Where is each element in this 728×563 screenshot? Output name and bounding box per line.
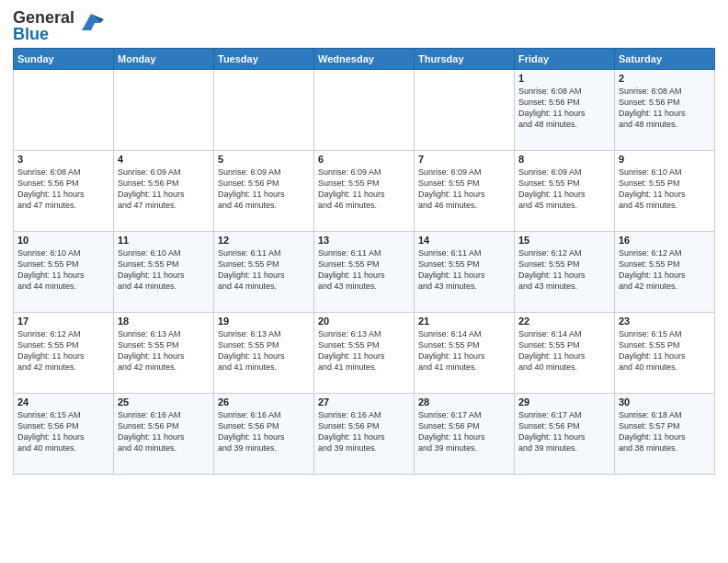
day-number: 15 [518, 235, 610, 246]
day-info: Sunrise: 6:09 AM Sunset: 5:56 PM Dayligh… [118, 167, 210, 212]
day-info: Sunrise: 6:13 AM Sunset: 5:55 PM Dayligh… [318, 328, 410, 373]
day-info: Sunrise: 6:11 AM Sunset: 5:55 PM Dayligh… [418, 247, 510, 293]
day-number: 13 [318, 235, 410, 246]
day-number: 2 [619, 73, 711, 84]
calendar-cell: 17Sunrise: 6:12 AM Sunset: 5:55 PM Dayli… [14, 313, 114, 394]
calendar-cell: 23Sunrise: 6:15 AM Sunset: 5:55 PM Dayli… [615, 313, 715, 394]
day-number: 20 [318, 316, 410, 327]
day-number: 21 [418, 316, 510, 327]
day-info: Sunrise: 6:14 AM Sunset: 5:55 PM Dayligh… [518, 328, 610, 373]
day-info: Sunrise: 6:08 AM Sunset: 5:56 PM Dayligh… [17, 167, 109, 212]
day-number: 14 [418, 235, 510, 246]
logo-text: General Blue [13, 9, 74, 42]
week-row-2: 3Sunrise: 6:08 AM Sunset: 5:56 PM Daylig… [14, 151, 715, 232]
day-info: Sunrise: 6:12 AM Sunset: 5:55 PM Dayligh… [17, 328, 109, 373]
calendar-cell [415, 70, 515, 151]
calendar-cell: 25Sunrise: 6:16 AM Sunset: 5:56 PM Dayli… [114, 394, 214, 475]
calendar-cell: 20Sunrise: 6:13 AM Sunset: 5:55 PM Dayli… [314, 313, 415, 394]
day-number: 23 [619, 316, 711, 327]
day-number: 4 [118, 154, 210, 165]
calendar-cell: 8Sunrise: 6:09 AM Sunset: 5:55 PM Daylig… [515, 151, 615, 232]
logo-general: General [13, 8, 74, 27]
day-info: Sunrise: 6:08 AM Sunset: 5:56 PM Dayligh… [619, 86, 711, 131]
day-info: Sunrise: 6:16 AM Sunset: 5:56 PM Dayligh… [118, 409, 210, 454]
day-number: 8 [518, 154, 610, 165]
day-info: Sunrise: 6:10 AM Sunset: 5:55 PM Dayligh… [118, 247, 210, 293]
day-info: Sunrise: 6:13 AM Sunset: 5:55 PM Dayligh… [118, 328, 210, 373]
calendar-cell: 26Sunrise: 6:16 AM Sunset: 5:56 PM Dayli… [214, 394, 314, 475]
calendar-cell: 7Sunrise: 6:09 AM Sunset: 5:55 PM Daylig… [415, 151, 515, 232]
week-row-5: 24Sunrise: 6:15 AM Sunset: 5:56 PM Dayli… [14, 394, 715, 475]
calendar-cell: 29Sunrise: 6:17 AM Sunset: 5:56 PM Dayli… [515, 394, 615, 475]
calendar-cell: 24Sunrise: 6:15 AM Sunset: 5:56 PM Dayli… [14, 394, 114, 475]
day-info: Sunrise: 6:09 AM Sunset: 5:55 PM Dayligh… [518, 167, 610, 212]
day-number: 1 [518, 73, 610, 84]
day-number: 24 [17, 396, 109, 408]
day-info: Sunrise: 6:08 AM Sunset: 5:56 PM Dayligh… [518, 86, 610, 131]
day-number: 30 [619, 396, 711, 408]
calendar-cell: 15Sunrise: 6:12 AM Sunset: 5:55 PM Dayli… [515, 232, 615, 313]
calendar-cell: 28Sunrise: 6:17 AM Sunset: 5:56 PM Dayli… [415, 394, 515, 475]
day-number: 18 [118, 316, 210, 327]
day-info: Sunrise: 6:12 AM Sunset: 5:55 PM Dayligh… [518, 247, 610, 293]
calendar-cell: 6Sunrise: 6:09 AM Sunset: 5:55 PM Daylig… [314, 151, 415, 232]
calendar-cell: 2Sunrise: 6:08 AM Sunset: 5:56 PM Daylig… [615, 70, 715, 151]
calendar-cell: 11Sunrise: 6:10 AM Sunset: 5:55 PM Dayli… [114, 232, 214, 313]
day-header-monday: Monday [114, 49, 214, 70]
week-row-4: 17Sunrise: 6:12 AM Sunset: 5:55 PM Dayli… [14, 313, 715, 394]
day-header-wednesday: Wednesday [314, 49, 415, 70]
calendar-cell: 1Sunrise: 6:08 AM Sunset: 5:56 PM Daylig… [515, 70, 615, 151]
calendar-cell: 12Sunrise: 6:11 AM Sunset: 5:55 PM Dayli… [214, 232, 314, 313]
day-info: Sunrise: 6:15 AM Sunset: 5:56 PM Dayligh… [17, 409, 109, 454]
calendar-cell: 9Sunrise: 6:10 AM Sunset: 5:55 PM Daylig… [615, 151, 715, 232]
day-number: 10 [17, 235, 109, 246]
day-header-friday: Friday [515, 49, 615, 70]
day-info: Sunrise: 6:11 AM Sunset: 5:55 PM Dayligh… [318, 247, 410, 293]
day-number: 6 [318, 154, 410, 165]
calendar-cell: 21Sunrise: 6:14 AM Sunset: 5:55 PM Dayli… [415, 313, 515, 394]
day-header-tuesday: Tuesday [214, 49, 314, 70]
header: General Blue [13, 9, 715, 42]
week-row-1: 1Sunrise: 6:08 AM Sunset: 5:56 PM Daylig… [14, 70, 715, 151]
calendar-cell [214, 70, 314, 151]
day-header-saturday: Saturday [615, 49, 715, 70]
day-number: 26 [218, 396, 310, 408]
calendar-cell: 14Sunrise: 6:11 AM Sunset: 5:55 PM Dayli… [415, 232, 515, 313]
calendar-cell: 30Sunrise: 6:18 AM Sunset: 5:57 PM Dayli… [615, 394, 715, 475]
day-info: Sunrise: 6:18 AM Sunset: 5:57 PM Dayligh… [619, 409, 711, 454]
day-info: Sunrise: 6:09 AM Sunset: 5:55 PM Dayligh… [418, 167, 510, 212]
svg-marker-0 [82, 14, 100, 30]
calendar-cell: 4Sunrise: 6:09 AM Sunset: 5:56 PM Daylig… [114, 151, 214, 232]
day-info: Sunrise: 6:10 AM Sunset: 5:55 PM Dayligh… [619, 167, 711, 212]
page: General Blue SundayMondayTuesdayWednesda… [0, 0, 728, 563]
day-info: Sunrise: 6:11 AM Sunset: 5:55 PM Dayligh… [218, 247, 310, 293]
day-info: Sunrise: 6:13 AM Sunset: 5:55 PM Dayligh… [218, 328, 310, 373]
day-number: 29 [518, 396, 610, 408]
day-number: 22 [518, 316, 610, 327]
week-row-3: 10Sunrise: 6:10 AM Sunset: 5:55 PM Dayli… [14, 232, 715, 313]
day-number: 7 [418, 154, 510, 165]
logo: General Blue [13, 9, 104, 42]
logo-icon [78, 10, 104, 34]
day-number: 3 [17, 154, 109, 165]
day-number: 19 [218, 316, 310, 327]
calendar-cell: 16Sunrise: 6:12 AM Sunset: 5:55 PM Dayli… [615, 232, 715, 313]
day-header-thursday: Thursday [415, 49, 515, 70]
calendar-cell: 5Sunrise: 6:09 AM Sunset: 5:56 PM Daylig… [214, 151, 314, 232]
day-info: Sunrise: 6:17 AM Sunset: 5:56 PM Dayligh… [418, 409, 510, 454]
day-number: 27 [318, 396, 410, 408]
day-info: Sunrise: 6:09 AM Sunset: 5:56 PM Dayligh… [218, 167, 310, 212]
day-info: Sunrise: 6:10 AM Sunset: 5:55 PM Dayligh… [17, 247, 109, 293]
day-info: Sunrise: 6:16 AM Sunset: 5:56 PM Dayligh… [318, 409, 410, 454]
calendar-cell: 19Sunrise: 6:13 AM Sunset: 5:55 PM Dayli… [214, 313, 314, 394]
day-number: 25 [118, 396, 210, 408]
day-number: 28 [418, 396, 510, 408]
calendar-table: SundayMondayTuesdayWednesdayThursdayFrid… [13, 48, 715, 475]
calendar-cell: 22Sunrise: 6:14 AM Sunset: 5:55 PM Dayli… [515, 313, 615, 394]
logo-blue: Blue [13, 25, 49, 43]
calendar-cell [114, 70, 214, 151]
calendar-header-row: SundayMondayTuesdayWednesdayThursdayFrid… [14, 49, 715, 70]
calendar-cell: 10Sunrise: 6:10 AM Sunset: 5:55 PM Dayli… [14, 232, 114, 313]
calendar-cell [14, 70, 114, 151]
day-info: Sunrise: 6:12 AM Sunset: 5:55 PM Dayligh… [619, 247, 711, 293]
